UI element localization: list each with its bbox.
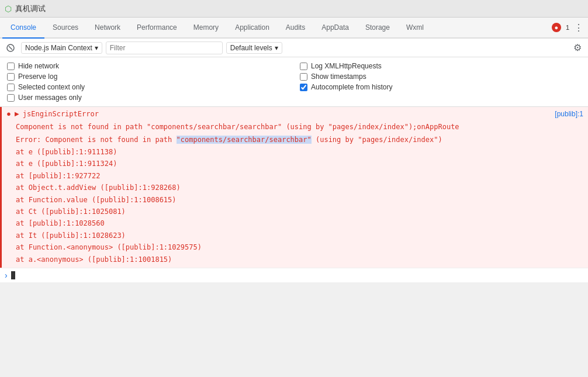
clear-icon: [6, 44, 15, 52]
tab-wxml[interactable]: Wxml: [398, 18, 432, 39]
stack-line: at e ([publib]:1:911138): [16, 146, 583, 158]
levels-label: Default levels: [230, 44, 272, 52]
title-text: 真机调试: [15, 4, 46, 14]
clear-console-button[interactable]: [4, 41, 18, 55]
tab-network[interactable]: Network: [87, 18, 129, 39]
settings-button[interactable]: ⚙: [570, 41, 584, 55]
error-text-after: (using by "pages/index/index"): [312, 136, 442, 144]
stack-line: at [publib]:1:927722: [16, 170, 583, 182]
tabs-right-controls: ● 1 ⋮: [552, 22, 586, 33]
more-menu-icon[interactable]: ⋮: [574, 22, 583, 33]
option-hide-network[interactable]: Hide network: [7, 61, 288, 71]
user-messages-label: User messages only: [18, 94, 82, 102]
chevron-down-icon: ▾: [95, 44, 98, 52]
option-preserve-log[interactable]: Preserve log: [7, 71, 288, 82]
stack-line: at Object.t.addView ([publib]:1:928268): [16, 182, 583, 193]
error-text-before: Error: Component is not found in path: [16, 136, 177, 144]
preserve-log-checkbox[interactable]: [7, 73, 15, 81]
hide-network-label: Hide network: [18, 62, 59, 70]
autocomplete-checkbox[interactable]: [300, 84, 307, 91]
error-header[interactable]: ● ▶ jsEnginScriptError [publib]:1: [2, 107, 588, 120]
error-text-highlighted: "components/searchbar/searchbar": [177, 136, 312, 144]
autocomplete-label: Autocomplete from history: [311, 83, 392, 91]
hide-network-checkbox[interactable]: [7, 63, 15, 70]
tab-sources[interactable]: Sources: [44, 18, 87, 39]
user-messages-checkbox[interactable]: [7, 94, 15, 102]
preserve-log-label: Preserve log: [18, 72, 57, 81]
tab-audits[interactable]: Audits: [278, 18, 313, 39]
show-timestamps-checkbox[interactable]: [300, 73, 307, 81]
log-xml-checkbox[interactable]: [300, 63, 307, 70]
options-bar: Hide network Preserve log Selected conte…: [0, 57, 588, 107]
log-xml-label: Log XMLHttpRequests: [311, 62, 382, 70]
stack-line: at [publib]:1:1028560: [16, 217, 583, 229]
console-input-row[interactable]: ›: [0, 268, 588, 282]
console-toolbar: Node.js Main Context ▾ Default levels ▾ …: [0, 39, 588, 57]
option-selected-context[interactable]: Selected context only: [7, 82, 288, 92]
option-user-messages[interactable]: User messages only: [7, 92, 288, 103]
tabs-bar: Console Sources Network Performance Memo…: [0, 18, 588, 39]
app-icon: ⬡: [5, 4, 12, 13]
option-show-timestamps[interactable]: Show timestamps: [300, 71, 581, 82]
error-block: ● ▶ jsEnginScriptError [publib]:1 Compon…: [0, 107, 588, 268]
expand-icon: ▶: [15, 110, 19, 117]
stack-line: at It ([publib]:1:1028623): [16, 230, 583, 241]
stack-line: at a.<anonymous> ([publib]:1:1001815): [16, 254, 583, 265]
error-stack: at e ([publib]:1:911138) at e ([publib]:…: [2, 146, 588, 268]
console-area: ● ▶ jsEnginScriptError [publib]:1 Compon…: [0, 107, 588, 282]
context-label: Node.js Main Context: [25, 44, 92, 52]
tab-performance[interactable]: Performance: [129, 18, 185, 39]
stack-line: at Function.value ([publib]:1:1008615): [16, 194, 583, 206]
tab-application[interactable]: Application: [227, 18, 278, 39]
svg-line-1: [9, 46, 12, 50]
option-autocomplete[interactable]: Autocomplete from history: [300, 82, 581, 92]
show-timestamps-label: Show timestamps: [311, 72, 366, 81]
console-prompt-icon: ›: [5, 271, 8, 280]
stack-line: at e ([publib]:1:911324): [16, 158, 583, 170]
filter-input[interactable]: [106, 41, 223, 54]
chevron-down-icon: ▾: [275, 44, 278, 52]
selected-context-label: Selected context only: [18, 83, 85, 91]
error-circle-icon: ●: [6, 109, 11, 118]
selected-context-checkbox[interactable]: [7, 84, 15, 91]
error-count: 1: [566, 24, 569, 31]
stack-line: at Ct ([publib]:1:1025081): [16, 206, 583, 217]
error-message-1: Component is not found in path "componen…: [2, 120, 588, 133]
tab-memory[interactable]: Memory: [185, 18, 227, 39]
stack-line: at Function.<anonymous> ([publib]:1:1029…: [16, 241, 583, 253]
console-cursor: [11, 271, 15, 279]
error-title: jsEnginScriptError: [23, 110, 99, 118]
tab-console[interactable]: Console: [2, 18, 44, 39]
error-message-2: Error: Component is not found in path "c…: [2, 133, 588, 146]
context-selector[interactable]: Node.js Main Context ▾: [21, 42, 102, 54]
option-log-xml[interactable]: Log XMLHttpRequests: [300, 61, 581, 71]
title-bar: ⬡ 真机调试: [0, 0, 588, 18]
error-badge: ●: [552, 23, 561, 32]
error-source-link[interactable]: [publib]:1: [555, 110, 583, 118]
levels-selector[interactable]: Default levels ▾: [226, 42, 282, 54]
tab-appdata[interactable]: AppData: [313, 18, 357, 39]
tab-storage[interactable]: Storage: [357, 18, 398, 39]
